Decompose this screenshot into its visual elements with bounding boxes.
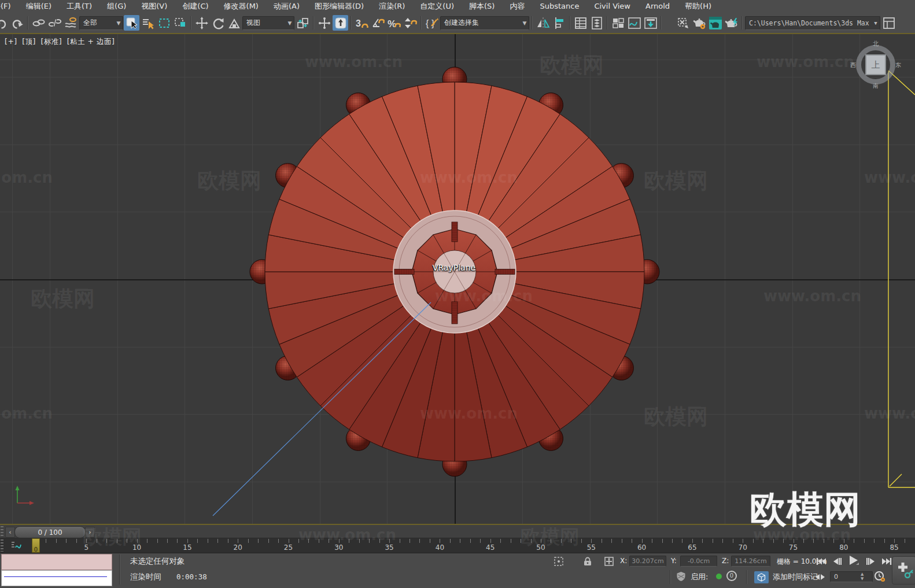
time-slider-button[interactable]: 0 / 100 [14, 526, 86, 538]
menu-item-9[interactable]: 渲染(R) [371, 0, 412, 13]
viewport-top[interactable]: [+] [顶] [标准] [粘土 + 边面] VRayPlane 上 北 南 西… [0, 34, 915, 525]
set-key-button[interactable] [892, 556, 915, 585]
next-frame-transport-button[interactable] [864, 555, 878, 568]
current-frame-marker[interactable]: 0 [32, 538, 40, 553]
menu-item-5[interactable]: 创建(C) [175, 0, 216, 13]
time-configuration-icon[interactable] [872, 570, 887, 583]
ruler-tick-label: 85 [890, 543, 898, 552]
adaptive-degradation-icon[interactable] [674, 571, 687, 582]
viewcube-top-face[interactable]: 上 [865, 54, 886, 75]
compass-south[interactable]: 南 [873, 82, 879, 90]
spinner-snap-icon[interactable] [403, 15, 418, 31]
y-coord-field[interactable]: -0.0cm [680, 556, 717, 567]
ruler-tick [409, 539, 410, 543]
select-and-rotate-icon[interactable] [210, 15, 226, 31]
maxscript-mini-listener-macro[interactable] [1, 554, 112, 570]
compass-east[interactable]: 东 [895, 61, 901, 69]
track-bar[interactable]: 0510152025303540455055606570758085 0 [0, 538, 915, 553]
keyboard-shortcut-override-button[interactable] [333, 15, 348, 31]
ribbon-toggle-icon[interactable] [610, 15, 626, 31]
z-coord-field[interactable]: 114.26cm [731, 556, 770, 567]
frame-spinner[interactable]: ▲▼ [861, 572, 864, 581]
selection-lock-icon[interactable] [581, 556, 594, 567]
ruler-tick [662, 539, 663, 543]
viewport-menu-standard[interactable]: [标准] [40, 37, 62, 46]
redo-icon[interactable] [9, 15, 25, 31]
compass-north[interactable]: 北 [873, 40, 879, 48]
menu-item-3[interactable]: 组(G) [99, 0, 134, 13]
add-time-tag-label[interactable]: 添加时间标记 [773, 572, 818, 582]
toolbar-grip[interactable] [1, 539, 3, 552]
ruler-tick [349, 539, 349, 543]
menu-item-1[interactable]: 编辑(E) [19, 0, 59, 13]
project-folder-dropdown[interactable]: C:\Users\Han\Documents\3ds Max 2022 ▼ [745, 16, 880, 30]
go-to-start-button[interactable] [814, 555, 828, 568]
menu-item-10[interactable]: 自定义(U) [412, 0, 462, 13]
menu-item-6[interactable]: 修改器(M) [216, 0, 266, 13]
align-icon[interactable] [551, 15, 567, 31]
menu-item-12[interactable]: 内容 [502, 0, 532, 13]
mirror-icon[interactable] [535, 15, 551, 31]
workspace-icon[interactable] [881, 15, 896, 31]
render-setup-icon[interactable] [691, 15, 707, 31]
previous-frame-transport-button[interactable] [830, 555, 844, 568]
reference-coordinate-dropdown[interactable]: 视图 ▼ [242, 16, 294, 30]
layer-explorer-icon[interactable] [589, 15, 604, 31]
angle-snap-icon[interactable] [370, 15, 386, 31]
absolute-mode-transform-icon[interactable] [603, 556, 615, 567]
select-and-scale-icon[interactable] [226, 15, 242, 31]
rendered-frame-window-icon[interactable] [707, 15, 723, 31]
schematic-view-icon[interactable] [643, 15, 658, 31]
key-mode-toggle-icon[interactable] [813, 571, 827, 583]
isolate-selection-icon[interactable] [552, 556, 565, 567]
view-cube[interactable]: 上 北 南 西 东 [853, 42, 899, 88]
degradation-zero-icon[interactable]: 0 [726, 571, 737, 581]
select-and-manipulate-icon[interactable] [316, 15, 332, 31]
menu-item-13[interactable]: Substance [532, 0, 586, 13]
current-frame-field[interactable]: 0 [830, 571, 873, 582]
edit-named-selection-sets-icon[interactable]: {} [424, 15, 440, 31]
menu-item-14[interactable]: Civil View [586, 0, 638, 13]
x-coord-field[interactable]: 30.207cm [629, 556, 666, 567]
maxscript-mini-listener[interactable] [1, 570, 112, 586]
viewport-canvas[interactable] [0, 34, 915, 524]
viewport-menu-general[interactable]: [+] [5, 37, 17, 46]
menu-item-16[interactable]: 帮助(H) [677, 0, 719, 13]
compass-west[interactable]: 西 [850, 61, 856, 69]
viewport-menu-shading[interactable]: [粘土 + 边面] [67, 37, 115, 46]
play-button[interactable] [845, 554, 862, 567]
scene-explorer-icon[interactable] [573, 15, 588, 31]
use-pivot-center-icon[interactable] [295, 15, 311, 31]
percent-snap-icon[interactable]: % [386, 15, 402, 31]
menu-item-7[interactable]: 动画(A) [266, 0, 307, 13]
select-object-button[interactable] [124, 15, 139, 31]
menu-item-4[interactable]: 视图(V) [134, 0, 175, 13]
window-crossing-icon[interactable] [172, 15, 188, 31]
select-and-move-icon[interactable] [194, 15, 209, 31]
undo-icon[interactable] [0, 15, 9, 31]
ruler-tick [268, 539, 269, 543]
mini-curve-editor-icon[interactable] [8, 539, 27, 551]
bind-to-spacewarp-icon[interactable] [63, 15, 79, 31]
menu-item-0[interactable]: 文件(F) [0, 0, 19, 13]
named-selection-set-dropdown[interactable]: 创建选择集 ▼ [440, 16, 529, 30]
viewport-menu-view[interactable]: [顶] [22, 37, 36, 46]
menu-item-11[interactable]: 脚本(S) [462, 0, 502, 13]
menu-item-15[interactable]: Arnold [638, 0, 677, 13]
rectangular-selection-region-icon[interactable] [156, 15, 172, 31]
ruler-tick [389, 539, 390, 543]
menu-item-2[interactable]: 工具(T) [59, 0, 99, 13]
curve-editor-icon[interactable] [626, 15, 642, 31]
previous-frame-button[interactable]: ‹ [5, 527, 15, 538]
time-tag-cube-button[interactable] [754, 571, 769, 583]
selection-filter-dropdown[interactable]: 全部 ▼ [79, 16, 123, 30]
render-production-icon[interactable] [724, 15, 739, 31]
snap-toggle-3d-icon[interactable]: 3 [354, 15, 370, 31]
next-frame-button[interactable]: › [85, 527, 95, 538]
select-by-name-icon[interactable] [140, 15, 156, 31]
unlink-icon[interactable] [47, 15, 62, 31]
material-editor-icon[interactable] [675, 15, 691, 31]
menu-item-8[interactable]: 图形编辑器(D) [307, 0, 371, 13]
toolbar-grip[interactable] [1, 526, 3, 537]
select-and-link-icon[interactable] [31, 15, 46, 31]
